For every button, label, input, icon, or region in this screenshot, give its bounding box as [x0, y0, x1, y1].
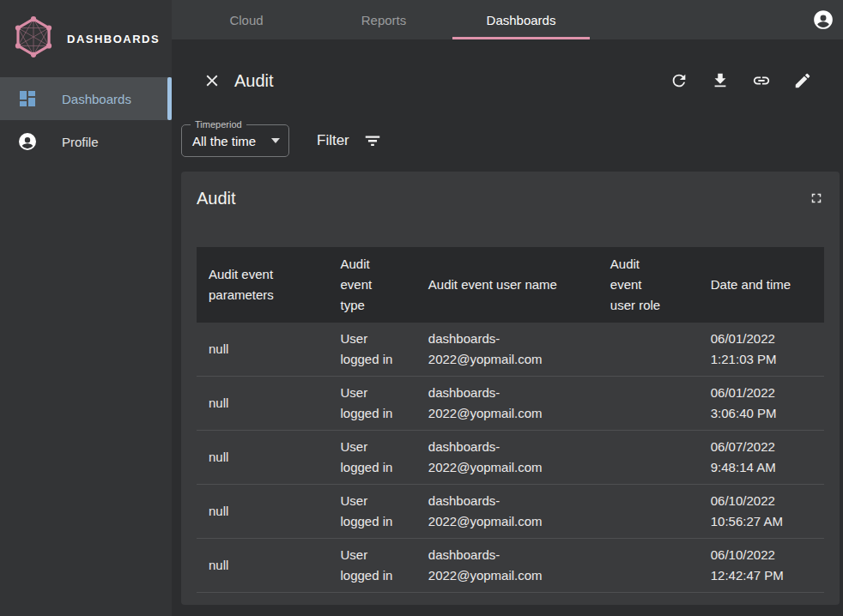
- cell-parameters: null: [197, 323, 329, 377]
- col-header-type: Audit event type: [329, 247, 416, 323]
- cell-type: User logged in: [329, 431, 416, 485]
- tab-reports[interactable]: Reports: [315, 0, 452, 39]
- cell-user-role: [598, 485, 699, 539]
- col-header-user-name: Audit event user name: [416, 247, 598, 323]
- page-title: Audit: [234, 71, 274, 91]
- link-icon[interactable]: [751, 70, 772, 91]
- cell-parameters: null: [197, 431, 329, 485]
- brand-logo-row: DASHBOARDS: [0, 0, 172, 77]
- main-area: Cloud Reports Dashboards: [172, 0, 843, 616]
- person-circle-icon: [17, 131, 38, 152]
- audit-table: Audit event parameters Audit event type …: [197, 247, 824, 593]
- table-row[interactable]: null User logged in dashboards-2022@yopm…: [197, 539, 824, 593]
- table-row[interactable]: null User logged in dashboards-2022@yopm…: [197, 323, 824, 377]
- download-icon[interactable]: [710, 70, 731, 91]
- cell-type: User logged in: [329, 323, 416, 377]
- cell-user-name: dashboards-2022@yopmail.com: [416, 323, 598, 377]
- timeperiod-value: All the time: [192, 134, 266, 148]
- cell-parameters: null: [197, 485, 329, 539]
- app-window: DASHBOARDS Dashboards Profile: [0, 0, 843, 616]
- cell-user-name: dashboards-2022@yopmail.com: [416, 485, 598, 539]
- audit-card: Audit Audit event parameters Audit event…: [181, 172, 840, 605]
- filter-button[interactable]: Filter: [317, 131, 382, 150]
- close-icon[interactable]: [202, 70, 222, 91]
- cell-datetime: 06/10/2022 10:56:27 AM: [699, 485, 824, 539]
- cell-datetime: 06/10/2022 12:42:47 PM: [699, 539, 824, 593]
- tab-cloud[interactable]: Cloud: [178, 0, 315, 39]
- tab-label: Reports: [361, 13, 407, 27]
- account-icon[interactable]: [812, 9, 834, 31]
- cell-type: User logged in: [329, 485, 416, 539]
- tab-label: Dashboards: [487, 13, 556, 27]
- cell-parameters: null: [197, 539, 329, 593]
- cell-type: User logged in: [329, 377, 416, 431]
- filter-row: Timeperiod All the time Filter: [181, 124, 843, 157]
- brand-name: DASHBOARDS: [67, 33, 160, 45]
- fullscreen-icon[interactable]: [809, 190, 824, 206]
- dashboard-grid-icon: [17, 88, 38, 109]
- sidebar-item-label: Dashboards: [62, 92, 131, 106]
- edit-pencil-icon[interactable]: [792, 70, 813, 91]
- hexagon-logo-icon: [12, 15, 55, 63]
- sidebar-item-label: Profile: [62, 135, 99, 149]
- cell-datetime: 06/07/2022 9:48:14 AM: [699, 431, 824, 485]
- cell-datetime: 06/01/2022 1:21:03 PM: [699, 323, 824, 377]
- cell-user-role: [598, 377, 699, 431]
- content: Audit Timeperiod All the time: [172, 39, 843, 616]
- table-row[interactable]: null User logged in dashboards-2022@yopm…: [197, 431, 824, 485]
- col-header-user-role: Audit event user role: [598, 247, 699, 323]
- cell-user-role: [598, 431, 699, 485]
- tab-dashboards[interactable]: Dashboards: [452, 0, 590, 39]
- refresh-icon[interactable]: [669, 70, 689, 91]
- col-header-parameters: Audit event parameters: [197, 247, 329, 323]
- filter-label: Filter: [317, 132, 349, 149]
- card-title: Audit: [197, 187, 236, 208]
- sidebar-scrollbar-thumb[interactable]: [167, 77, 172, 120]
- cell-user-role: [598, 539, 699, 593]
- timeperiod-label: Timeperiod: [191, 118, 246, 130]
- cell-type: User logged in: [329, 539, 416, 593]
- chevron-down-icon: [271, 138, 280, 143]
- sidebar-item-profile[interactable]: Profile: [0, 120, 172, 163]
- cell-user-role: [598, 323, 699, 377]
- page-header: Audit: [172, 62, 843, 100]
- cell-datetime: 06/01/2022 3:06:40 PM: [699, 377, 824, 431]
- col-header-datetime: Date and time: [699, 247, 824, 323]
- tab-label: Cloud: [229, 13, 263, 27]
- table-row[interactable]: null User logged in dashboards-2022@yopm…: [197, 485, 824, 539]
- sidebar-item-dashboards[interactable]: Dashboards: [0, 77, 172, 120]
- topbar-tabs: Cloud Reports Dashboards: [178, 0, 590, 39]
- timeperiod-select[interactable]: Timeperiod All the time: [181, 124, 289, 157]
- cell-parameters: null: [197, 377, 329, 431]
- sidebar-nav: Dashboards Profile: [0, 77, 172, 163]
- card-header: Audit: [197, 187, 824, 228]
- table-row[interactable]: null User logged in dashboards-2022@yopm…: [197, 377, 824, 431]
- filter-list-icon: [363, 131, 382, 150]
- cell-user-name: dashboards-2022@yopmail.com: [416, 539, 598, 593]
- cell-user-name: dashboards-2022@yopmail.com: [416, 431, 598, 485]
- cell-user-name: dashboards-2022@yopmail.com: [416, 377, 598, 431]
- sidebar: DASHBOARDS Dashboards Profile: [0, 0, 172, 616]
- topbar: Cloud Reports Dashboards: [172, 0, 843, 39]
- table-header-row: Audit event parameters Audit event type …: [197, 247, 824, 323]
